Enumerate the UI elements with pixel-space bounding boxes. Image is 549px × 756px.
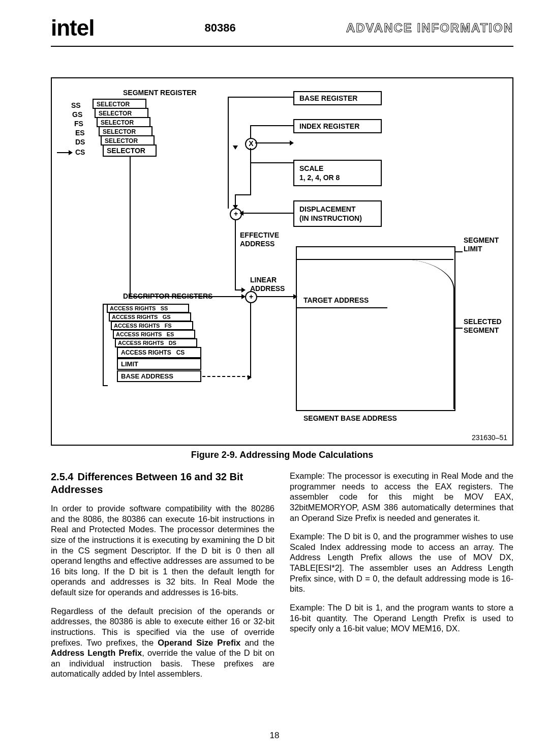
seg-fs: FS: [74, 120, 83, 128]
wire: [296, 259, 453, 260]
ar-cs: ACCESS RIGHTS CS: [117, 347, 201, 358]
page-number: 18: [0, 731, 549, 741]
brand-logo: intel: [51, 15, 94, 41]
box-scale: SCALE 1, 2, 4, OR 8: [293, 160, 382, 186]
selector-box-2: SELECTOR: [95, 108, 148, 118]
wire-dashed: [202, 376, 250, 377]
section-heading: 2.5.4Differences Between 16 and 32 Bit A…: [51, 471, 274, 496]
label-effective-address: EFFECTIVEADDRESS: [240, 231, 279, 248]
para-3: Example: The processor is executing in R…: [290, 471, 513, 523]
wire: [130, 156, 131, 296]
wire: [241, 213, 293, 214]
figure-caption: Figure 2-9. Addressing Mode Calculations: [51, 450, 513, 460]
para-2: Regardless of the default precision of t…: [51, 606, 274, 679]
selector-box-5: SELECTOR: [101, 135, 155, 146]
selector-box-cs: SELECTOR: [103, 144, 157, 157]
segment-curve: [387, 259, 454, 409]
box-base-register: BASE REGISTER: [293, 91, 382, 105]
page-header: intel 80386 ADVANCE INFORMATION: [51, 15, 513, 44]
wire: [250, 302, 251, 377]
ar-fs: ACCESS RIGHTS FS: [111, 321, 193, 330]
box-base-address: BASE ADDRESS: [117, 370, 201, 382]
selector-box-4: SELECTOR: [99, 126, 152, 136]
wire: [235, 194, 236, 208]
wire: [228, 97, 293, 98]
seg-ds: DS: [75, 138, 85, 146]
header-rule: [51, 46, 513, 47]
para-1: In order to provide software compatibili…: [51, 503, 274, 598]
figure-diagram: SEGMENT REGISTER SS GS FS ES DS CS SELEC…: [51, 77, 513, 446]
wire: [250, 125, 293, 126]
body-columns: 2.5.4Differences Between 16 and 32 Bit A…: [51, 471, 513, 687]
label-descriptor-registers: DESCRIPTOR REGISTERS: [123, 292, 212, 300]
chip-label: 80386: [94, 21, 346, 35]
box-displacement: DISPLACEMENT (IN INSTRUCTION): [293, 200, 382, 227]
wire: [250, 162, 293, 163]
left-column: 2.5.4Differences Between 16 and 32 Bit A…: [51, 471, 274, 687]
wire: [250, 125, 251, 138]
label-selected-segment: SELECTEDSEGMENT: [464, 317, 502, 335]
ar-ss: ACCESS RIGHTS SS: [107, 304, 189, 313]
seg-ss: SS: [71, 101, 81, 109]
selector-box-1: SELECTOR: [93, 99, 146, 109]
right-column: Example: The processor is executing in R…: [290, 471, 513, 687]
seg-cs: CS: [75, 148, 85, 156]
multiply-node: X: [245, 138, 257, 150]
label-segment-register: SEGMENT REGISTER: [123, 89, 197, 97]
wire: [296, 307, 387, 308]
ar-es: ACCESS RIGHTS ES: [113, 330, 195, 339]
section-number: 2.5.4: [51, 471, 73, 483]
figure-ref: 231630–51: [472, 433, 507, 442]
descriptor-bracket: [103, 304, 108, 386]
wire: [235, 219, 236, 290]
para-4: Example: The D bit is 0, and the program…: [290, 531, 513, 594]
label-segment-limit: SEGMENTLIMIT: [464, 236, 499, 253]
arrow-to-cs: [57, 152, 71, 153]
label-linear-address: LINEARADDRESS: [250, 276, 285, 293]
wire: [255, 142, 292, 143]
wire: [228, 97, 229, 209]
wire: [235, 194, 250, 195]
seg-gs: GS: [72, 110, 82, 119]
para-5: Example: The D bit is 1, and the program…: [290, 602, 513, 634]
disp-line1: DISPLACEMENT: [299, 205, 355, 213]
seg-es: ES: [75, 129, 85, 137]
label-segment-base-address: SEGMENT BASE ADDRESS: [303, 414, 397, 422]
wire: [454, 328, 463, 329]
box-limit: LIMIT: [117, 358, 201, 370]
section-title: Differences Between 16 and 32 Bit Addres…: [51, 471, 243, 495]
wire: [256, 296, 296, 297]
ar-gs: ACCESS RIGHTS GS: [109, 312, 191, 322]
selector-box-3: SELECTOR: [97, 117, 150, 127]
advance-info-label: ADVANCE INFORMATION: [346, 21, 513, 35]
wire: [454, 251, 463, 252]
label-target-address: TARGET ADDRESS: [303, 296, 369, 304]
ar-ds: ACCESS RIGHTS DS: [115, 338, 197, 347]
box-index-register: INDEX REGISTER: [293, 119, 382, 133]
scale-line1: SCALE: [299, 164, 323, 172]
scale-line2: 1, 2, 4, OR 8: [299, 173, 340, 182]
disp-line2: (IN INSTRUCTION): [299, 214, 362, 222]
